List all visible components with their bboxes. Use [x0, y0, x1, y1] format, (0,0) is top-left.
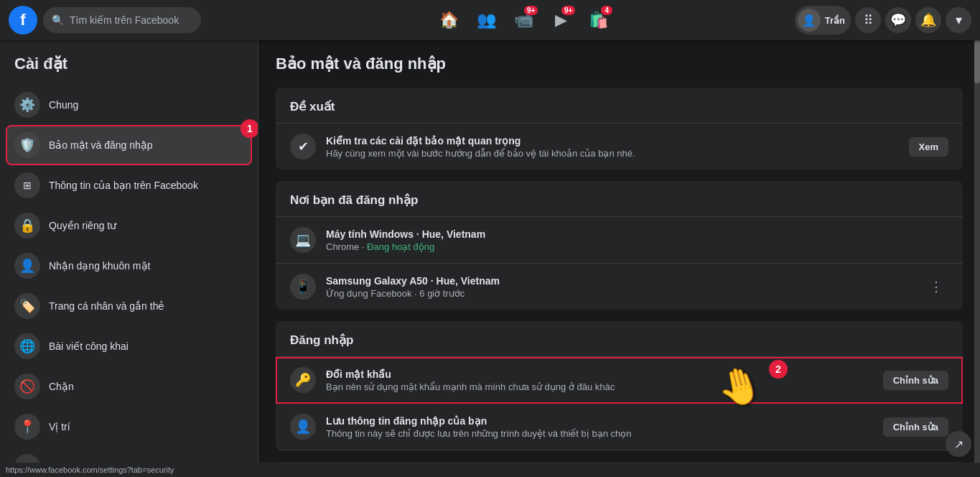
main-layout: Cài đặt ⚙️ Chung 🛡️ Bảo mật và đăng nhập…	[0, 40, 980, 477]
security-check-text: Kiểm tra các cài đặt bảo mật quan trọng …	[326, 135, 899, 159]
windows-title: Máy tính Windows · Hue, Vietnam	[326, 228, 948, 240]
scrollbar-track[interactable]	[974, 40, 980, 463]
notifications-button[interactable]: 🔔	[915, 7, 941, 33]
messenger-icon: 💬	[890, 12, 906, 28]
sidebar-item-location[interactable]: 📍 Vị trí	[6, 407, 252, 447]
security-icon: 🛡️	[14, 132, 40, 158]
samsung-title: Samsung Galaxy A50 · Hue, Vietnam	[326, 275, 914, 287]
sidebar-item-security[interactable]: 🛡️ Bảo mật và đăng nhập 1	[6, 125, 252, 165]
save-login-icon: 👤	[290, 414, 316, 440]
samsung-icon: 📱	[290, 274, 316, 300]
save-login-item: 👤 Lưu thông tin đăng nhập của bạn Thông …	[276, 404, 963, 450]
external-link-button[interactable]: ↗	[946, 431, 971, 457]
sidebar-item-privacy[interactable]: 🔒 Quyền riêng tư	[6, 205, 252, 246]
sidebar-item-profile[interactable]: 🏷️ Trang cá nhân và gắn thẻ	[6, 286, 252, 326]
password-text: Đổi mật khẩu Bạn nên sử dụng mật khẩu mạ…	[326, 369, 873, 392]
samsung-more-button[interactable]: ⋮	[924, 276, 948, 297]
sidebar-item-label-security: Bảo mật và đăng nhập	[49, 139, 153, 151]
scrollbar-thumb[interactable]	[974, 40, 980, 83]
save-login-subtitle: Thông tin này sẽ chỉ được lưu trên những…	[326, 428, 873, 439]
sidebar-item-label-face: Nhận dạng khuôn mặt	[49, 260, 150, 272]
sidebar-item-general[interactable]: ⚙️ Chung	[6, 85, 252, 125]
change-password-button[interactable]: Chỉnh sửa	[883, 371, 948, 390]
messenger-button[interactable]: 💬	[885, 7, 911, 33]
sidebar-item-label-privacy: Quyền riêng tư	[49, 220, 116, 231]
security-check-view-button[interactable]: Xem	[909, 137, 948, 157]
topnav-center: 🏠 👥 📹 9+ ▶ 9+ 🛍️ 4	[253, 3, 795, 37]
step2-badge: 2	[769, 360, 788, 379]
video-nav-button[interactable]: 📹 9+	[506, 3, 541, 37]
status-url: https://www.facebook.com/settings?tab=se…	[6, 466, 174, 474]
friends-nav-button[interactable]: 👥	[469, 3, 503, 37]
sidebar-item-blocking[interactable]: 🚫 Chặn	[6, 366, 252, 407]
account-menu-button[interactable]: ▾	[946, 7, 971, 33]
step1-badge: 1	[241, 119, 258, 138]
security-check-subtitle: Hãy cùng xem một vài bước hướng dẫn để b…	[326, 148, 899, 159]
friends-badge: 4	[601, 6, 612, 15]
watch-badge: 9+	[561, 6, 575, 15]
friends-icon: 👥	[477, 11, 496, 29]
windows-browser: Chrome ·	[326, 241, 367, 252]
section-suggestions: Đề xuất ✔ Kiểm tra các cài đặt bảo mật q…	[276, 88, 963, 170]
profile-icon: 🏷️	[14, 293, 40, 319]
topnav-left: f 🔍	[9, 6, 253, 34]
save-login-button[interactable]: Chỉnh sửa	[883, 417, 948, 437]
samsung-subtitle: Ứng dụng Facebook · 6 giờ trước	[326, 288, 914, 299]
sidebar-item-label-profile: Trang cá nhân và gắn thẻ	[49, 300, 164, 312]
sidebar-title: Cài đặt	[6, 49, 252, 85]
topnav: f 🔍 🏠 👥 📹 9+ ▶ 9+ 🛍️ 4 👤 Trần	[0, 0, 980, 40]
save-login-text: Lưu thông tin đăng nhập của bạn Thông ti…	[326, 415, 873, 439]
windows-icon: 💻	[290, 227, 316, 253]
windows-active-status: Đang hoạt động	[367, 241, 434, 252]
watch-nav-button[interactable]: ▶ 9+	[543, 3, 578, 37]
password-title: Đổi mật khẩu	[326, 369, 873, 380]
topnav-right: 👤 Trần ⠿ 💬 🔔 ▾	[795, 6, 971, 34]
fbinfo-icon: ⊞	[14, 172, 40, 198]
section-suggestions-header: Đề xuất	[276, 88, 963, 124]
search-input[interactable]	[70, 14, 192, 26]
location-icon: 📍	[14, 414, 40, 440]
sidebar-item-face[interactable]: 👤 Nhận dạng khuôn mặt	[6, 246, 252, 286]
sidebar-item-publicposts[interactable]: 🌐 Bài viết công khai	[6, 326, 252, 366]
sidebar-item-label-fbinfo: Thông tin của bạn trên Facebook	[49, 180, 198, 191]
publicposts-icon: 🌐	[14, 333, 40, 359]
windows-subtitle: Chrome · Đang hoạt động	[326, 241, 948, 252]
sidebar-item-label-location: Vị trí	[49, 421, 70, 432]
external-link-icon: ↗	[954, 437, 963, 451]
face-icon: 👤	[14, 253, 40, 279]
content-area: Bảo mật và đăng nhập Đề xuất ✔ Kiểm tra …	[258, 40, 980, 477]
facebook-logo[interactable]: f	[9, 6, 37, 34]
section-logged-in-header: Nơi bạn đã đăng nhập	[276, 181, 963, 217]
section-login: Đăng nhập 🔑 Đổi mật khẩu Bạn nên sử dụng…	[276, 321, 963, 450]
avatar: 👤	[798, 9, 821, 32]
security-check-icon: ✔	[290, 134, 316, 159]
apps-button[interactable]: ⠿	[855, 7, 881, 33]
section-logged-in: Nơi bạn đã đăng nhập 💻 Máy tính Windows …	[276, 181, 963, 310]
apps-icon: ⠿	[864, 12, 873, 28]
user-name: Trần	[825, 15, 845, 26]
bell-icon: 🔔	[920, 12, 936, 28]
search-box[interactable]: 🔍	[43, 7, 201, 33]
password-icon: 🔑	[290, 367, 316, 393]
user-avatar-button[interactable]: 👤 Trần	[795, 6, 851, 34]
video-badge: 9+	[524, 6, 538, 15]
security-check-title: Kiểm tra các cài đặt bảo mật quan trọng	[326, 135, 899, 147]
samsung-text: Samsung Galaxy A50 · Hue, Vietnam Ứng dụ…	[326, 275, 914, 299]
section-login-header: Đăng nhập	[276, 321, 963, 357]
sidebar-item-fbinfo[interactable]: ⊞ Thông tin của bạn trên Facebook	[6, 165, 252, 205]
save-login-title: Lưu thông tin đăng nhập của bạn	[326, 415, 873, 427]
home-icon: 🏠	[439, 11, 459, 29]
search-icon: 🔍	[52, 14, 64, 26]
marketplace-nav-button[interactable]: 🛍️ 4	[581, 3, 615, 37]
windows-pc-item: 💻 Máy tính Windows · Hue, Vietnam Chrome…	[276, 217, 963, 264]
blocking-icon: 🚫	[14, 374, 40, 399]
general-icon: ⚙️	[14, 92, 40, 118]
sidebar: Cài đặt ⚙️ Chung 🛡️ Bảo mật và đăng nhập…	[0, 40, 258, 477]
privacy-icon: 🔒	[14, 213, 40, 239]
home-nav-button[interactable]: 🏠	[431, 3, 466, 37]
statusbar: https://www.facebook.com/settings?tab=se…	[0, 463, 980, 477]
sidebar-item-label-general: Chung	[49, 99, 78, 111]
sidebar-item-label-publicposts: Bài viết công khai	[49, 341, 129, 352]
page-title: Bảo mật và đăng nhập	[276, 55, 963, 73]
password-subtitle: Bạn nên sử dụng mật khẩu mạnh mà mình ch…	[326, 381, 873, 392]
